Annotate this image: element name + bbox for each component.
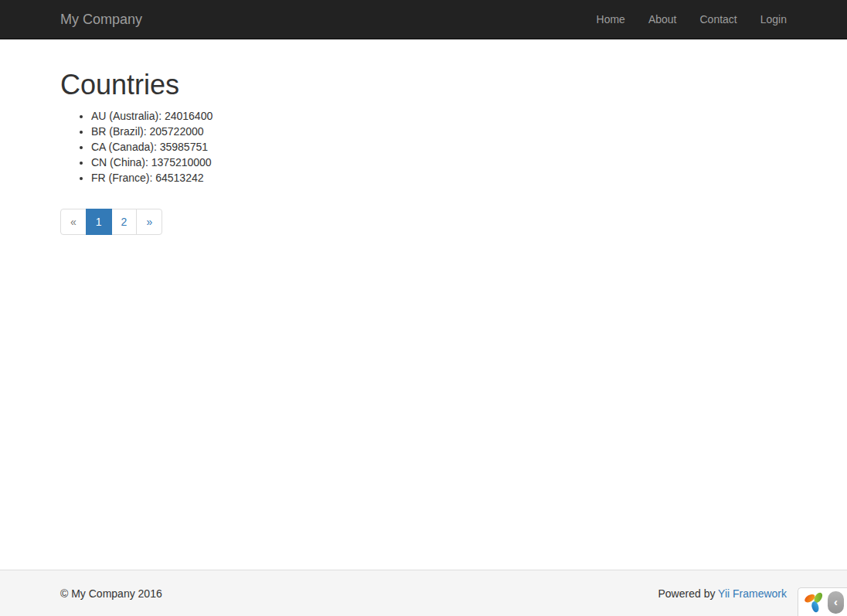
powered-by: Powered by Yii Framework (658, 586, 787, 601)
pagination-prev-button: « (60, 209, 87, 235)
nav-item-about: About (637, 0, 689, 39)
nav-item-login: Login (749, 0, 798, 39)
chevron-left-icon: ‹ (834, 596, 838, 607)
page-title: Countries (60, 70, 787, 100)
debug-toolbar: ‹ (798, 587, 847, 616)
nav-item-home: Home (585, 0, 637, 39)
navbar: My Company Home About Contact Login (0, 0, 847, 39)
copyright-text: © My Company 2016 (60, 586, 162, 601)
main-content: Countries AU (Australia): 24016400 BR (B… (0, 0, 847, 570)
navbar-menu: Home About Contact Login (585, 0, 798, 39)
nav-item-contact: Contact (688, 0, 748, 39)
country-item-cn: CN (China): 1375210000 (91, 155, 787, 170)
brand-link[interactable]: My Company (49, 0, 154, 39)
yii-logo-icon[interactable] (804, 590, 825, 614)
nav-link-login[interactable]: Login (749, 0, 798, 39)
country-item-br: BR (Brazil): 205722000 (91, 124, 787, 139)
pagination-page-1-button[interactable]: 1 (86, 209, 112, 235)
pagination-page-2-button[interactable]: 2 (111, 209, 138, 235)
pagination: « 1 2 » (60, 209, 162, 235)
nav-link-contact[interactable]: Contact (688, 0, 748, 39)
country-item-fr: FR (France): 64513242 (91, 170, 787, 185)
pagination-next-button[interactable]: » (136, 209, 162, 235)
country-list: AU (Australia): 24016400 BR (Brazil): 20… (60, 108, 787, 185)
country-item-ca: CA (Canada): 35985751 (91, 139, 787, 155)
powered-by-text: Powered by (658, 587, 715, 600)
footer: © My Company 2016 Powered by Yii Framewo… (0, 570, 847, 616)
nav-link-home[interactable]: Home (585, 0, 637, 39)
debug-toggle-button[interactable]: ‹ (828, 591, 844, 614)
yii-framework-link[interactable]: Yii Framework (718, 587, 787, 600)
nav-link-about[interactable]: About (637, 0, 689, 39)
country-item-au: AU (Australia): 24016400 (91, 108, 787, 124)
